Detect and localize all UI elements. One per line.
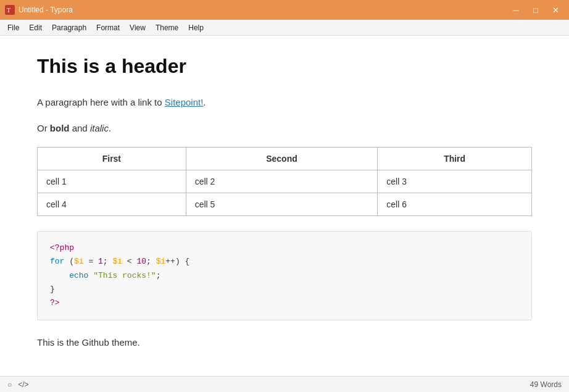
titlebar: T Untitled - Typora ─ □ ✕ bbox=[0, 0, 569, 20]
window-controls: ─ □ ✕ bbox=[507, 4, 564, 16]
paragraph-2-middle: and bbox=[70, 123, 90, 133]
code-token: echo bbox=[69, 271, 88, 280]
code-line-2: for ($i = 1; $i < 10; $i++) { bbox=[50, 255, 519, 269]
table-row: cell 4 cell 5 cell 6 bbox=[38, 193, 532, 216]
code-token: $i bbox=[112, 257, 122, 266]
footer-paragraph: This is the Github theme. bbox=[37, 335, 532, 350]
statusbar-code-icon[interactable]: </> bbox=[18, 380, 28, 389]
table-col-second: Second bbox=[186, 148, 378, 170]
code-token: "This rocks!" bbox=[93, 271, 156, 280]
table-header-row: First Second Third bbox=[38, 148, 532, 170]
code-token: ?> bbox=[50, 298, 60, 307]
menu-format[interactable]: Format bbox=[91, 22, 125, 34]
code-token: $i bbox=[156, 257, 166, 266]
menubar: File Edit Paragraph Format View Theme He… bbox=[0, 20, 569, 36]
app-icon: T bbox=[5, 5, 15, 15]
paragraph-1: A paragraph here with a link to Sitepoin… bbox=[37, 95, 532, 110]
italic-text: italic bbox=[90, 123, 109, 133]
window-title: Untitled - Typora bbox=[19, 6, 507, 14]
paragraph-2-suffix: . bbox=[109, 123, 111, 133]
code-token bbox=[50, 271, 69, 280]
code-token: = bbox=[84, 257, 98, 266]
menu-view[interactable]: View bbox=[125, 22, 151, 34]
menu-paragraph[interactable]: Paragraph bbox=[47, 22, 91, 34]
paragraph-2-prefix: Or bbox=[37, 123, 50, 133]
menu-file[interactable]: File bbox=[2, 22, 24, 34]
table-cell: cell 4 bbox=[38, 193, 186, 216]
document-header: This is a header bbox=[37, 54, 532, 78]
paragraph-1-prefix: A paragraph here with a link to bbox=[37, 97, 165, 107]
code-token: ; bbox=[156, 271, 161, 280]
table-row: cell 1 cell 2 cell 3 bbox=[38, 170, 532, 193]
statusbar: ○ </> 49 Words bbox=[0, 376, 569, 392]
paragraph-2: Or bold and italic. bbox=[37, 121, 532, 136]
code-line-3: echo "This rocks!"; bbox=[50, 269, 519, 283]
content-table: First Second Third cell 1 cell 2 cell 3 … bbox=[37, 147, 532, 216]
code-token: 1 bbox=[98, 257, 103, 266]
statusbar-circle-icon[interactable]: ○ bbox=[7, 380, 12, 389]
menu-help[interactable]: Help bbox=[183, 22, 209, 34]
code-token: $i bbox=[74, 257, 84, 266]
close-button[interactable]: ✕ bbox=[547, 4, 564, 16]
table-cell: cell 3 bbox=[378, 170, 532, 193]
paragraph-1-suffix: . bbox=[203, 97, 206, 107]
table-cell: cell 1 bbox=[38, 170, 186, 193]
svg-text:T: T bbox=[7, 7, 10, 14]
document-area: This is a header A paragraph here with a… bbox=[0, 36, 569, 376]
code-token: ( bbox=[64, 257, 74, 266]
menu-edit[interactable]: Edit bbox=[24, 22, 47, 34]
code-block: <?php for ($i = 1; $i < 10; $i++) { echo… bbox=[37, 231, 532, 320]
table-cell: cell 6 bbox=[378, 193, 532, 216]
code-token: 10 bbox=[136, 257, 146, 266]
code-token: < bbox=[122, 257, 136, 266]
code-line-4: } bbox=[50, 283, 519, 296]
code-line-5: ?> bbox=[50, 296, 519, 310]
code-token: for bbox=[50, 257, 64, 266]
menu-theme[interactable]: Theme bbox=[151, 22, 183, 34]
bold-text: bold bbox=[50, 123, 70, 133]
code-token: ; bbox=[146, 257, 156, 266]
table-cell: cell 2 bbox=[186, 170, 378, 193]
code-token: } bbox=[50, 285, 55, 294]
table-col-first: First bbox=[38, 148, 186, 170]
code-token: ; bbox=[103, 257, 113, 266]
table-col-third: Third bbox=[378, 148, 532, 170]
maximize-button[interactable]: □ bbox=[527, 4, 544, 16]
code-line-1: <?php bbox=[50, 241, 519, 255]
code-token: ++) { bbox=[165, 257, 189, 266]
table-cell: cell 5 bbox=[186, 193, 378, 216]
word-count: 49 Words bbox=[530, 380, 562, 389]
code-token: <?php bbox=[50, 243, 74, 252]
minimize-button[interactable]: ─ bbox=[507, 4, 525, 16]
sitepoint-link[interactable]: Sitepoint! bbox=[165, 97, 204, 107]
